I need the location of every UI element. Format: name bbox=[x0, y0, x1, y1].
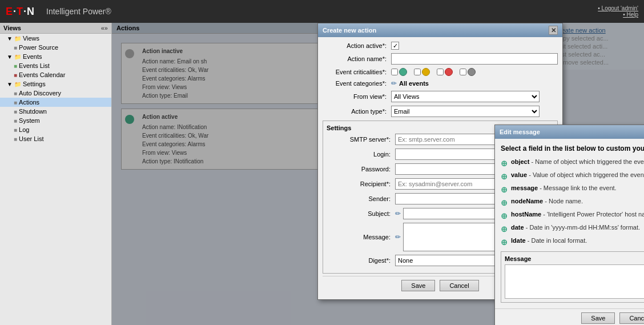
item-icon: ■ bbox=[14, 127, 17, 133]
field-item-object[interactable]: ⊕ object - Name of object which triggere… bbox=[501, 158, 644, 168]
sidebar-label-events: Events bbox=[23, 53, 42, 60]
item-icon: ■ bbox=[14, 90, 17, 97]
crit-unknown[interactable] bbox=[460, 68, 476, 76]
field-item-hostname[interactable]: ⊕ hostName - 'Intelligent Power Protecto… bbox=[501, 211, 644, 220]
message-edit-icon[interactable]: ✏ bbox=[395, 233, 401, 241]
field-desc-ldate: - Date in local format. bbox=[526, 237, 587, 244]
from-view-row: From view*: All Views bbox=[323, 91, 558, 102]
field-bullet-date: ⊕ bbox=[501, 224, 508, 234]
sidebar-collapse-btn[interactable]: «» bbox=[101, 25, 108, 31]
from-view-select[interactable]: All Views bbox=[391, 91, 540, 102]
action-type-select[interactable]: Email bbox=[391, 106, 540, 117]
app-header: E·T·N Intelligent Power® • Logout 'admin… bbox=[0, 0, 644, 23]
action-name-row: Action name*: bbox=[323, 53, 558, 65]
field-desc-nodename: - Node name. bbox=[543, 198, 583, 204]
crit-error-checkbox[interactable] bbox=[437, 69, 444, 75]
event-categories-label: Event categories*: bbox=[323, 80, 391, 87]
recipient-label: Recipient*: bbox=[327, 180, 395, 187]
app-logo: E·T·N bbox=[6, 6, 35, 18]
item-icon: ■ bbox=[14, 99, 17, 106]
edit-msg-instruction: Select a field in the list below to cust… bbox=[501, 145, 644, 153]
sidebar-item-events-list[interactable]: ■ Events List bbox=[0, 61, 111, 70]
field-item-ldate[interactable]: ⊕ ldate - Date in local format. bbox=[501, 237, 644, 247]
item-icon: ■ bbox=[14, 72, 17, 78]
subject-edit-icon[interactable]: ✏ bbox=[395, 210, 401, 218]
subject-label: Subject: bbox=[327, 210, 395, 217]
folder-icon: 📁 bbox=[14, 35, 21, 42]
field-desc-date: - Date in 'yyyy-mm-dd HH:MM:ss' format. bbox=[524, 224, 640, 231]
field-item-date[interactable]: ⊕ date - Date in 'yyyy-mm-dd HH:MM:ss' f… bbox=[501, 224, 644, 234]
app-title: Intelligent Power® bbox=[46, 7, 111, 16]
digest-select[interactable]: None bbox=[395, 255, 509, 266]
sidebar-item-events[interactable]: ▼ 📁 Events bbox=[0, 52, 111, 61]
sidebar-label-system: System bbox=[19, 117, 40, 124]
field-bullet-message: ⊕ bbox=[501, 185, 508, 194]
message-section-title: Message bbox=[505, 255, 644, 262]
expand-icon: ▼ bbox=[7, 54, 13, 60]
sidebar-item-auto-discovery[interactable]: ■ Auto Discovery bbox=[0, 89, 111, 98]
sidebar-item-log[interactable]: ■ Log bbox=[0, 125, 111, 134]
field-item-value[interactable]: ⊕ value - Value of object which triggere… bbox=[501, 171, 644, 181]
dialog-edit-msg-cancel-btn[interactable]: Cancel bbox=[619, 312, 644, 324]
crit-error[interactable] bbox=[437, 68, 453, 76]
dialog-create-close-btn[interactable]: ✕ bbox=[549, 26, 558, 35]
sidebar-label-auto-discovery: Auto Discovery bbox=[19, 90, 61, 97]
crit-warning-dot bbox=[422, 68, 430, 76]
dialog-edit-msg-save-btn[interactable]: Save bbox=[581, 312, 615, 324]
sidebar-item-shutdown[interactable]: ■ Shutdown bbox=[0, 107, 111, 116]
dialog-create-cancel-btn[interactable]: Cancel bbox=[440, 280, 478, 291]
sidebar-label-shutdown: Shutdown bbox=[19, 108, 47, 115]
action-name-input[interactable] bbox=[391, 53, 558, 65]
crit-ok[interactable] bbox=[391, 68, 407, 76]
sidebar-item-views[interactable]: ▼ 📁 Views bbox=[0, 34, 111, 43]
field-name-ldate: ldate bbox=[511, 237, 526, 244]
help-link[interactable]: • Help bbox=[598, 11, 638, 18]
message-section: Message ▲ ▼ bbox=[501, 251, 644, 303]
action-active-checkbox[interactable]: ✓ bbox=[391, 42, 399, 50]
crit-ok-dot bbox=[399, 68, 407, 76]
field-name-nodename: nodeName bbox=[511, 198, 543, 204]
dialog-edit-message: Edit message ✕ Select a field in the lis… bbox=[494, 125, 644, 325]
field-desc-value: - Value of object which triggered the ev… bbox=[527, 171, 644, 178]
dialog-create-titlebar: Create new action ✕ bbox=[318, 23, 562, 37]
criticality-checkboxes bbox=[391, 68, 476, 76]
crit-unknown-checkbox[interactable] bbox=[460, 69, 466, 75]
item-icon: ■ bbox=[14, 136, 17, 142]
crit-warning-checkbox[interactable] bbox=[414, 69, 421, 75]
field-item-nodename[interactable]: ⊕ nodeName - Node name. bbox=[501, 198, 644, 207]
action-type-row: Action type*: Email bbox=[323, 106, 558, 117]
logout-link[interactable]: • Logout 'admin' bbox=[598, 5, 638, 11]
from-view-label: From view*: bbox=[323, 93, 391, 100]
sender-label: Sender: bbox=[327, 195, 395, 202]
field-bullet-hostname: ⊕ bbox=[501, 211, 508, 220]
item-icon: ■ bbox=[14, 45, 17, 51]
field-bullet-value: ⊕ bbox=[501, 172, 508, 181]
dialog-edit-msg-body: Select a field in the list below to cust… bbox=[495, 139, 644, 308]
field-name-value: value bbox=[511, 171, 527, 178]
sidebar-label-actions: Actions bbox=[19, 99, 39, 106]
edit-message-textarea[interactable] bbox=[505, 264, 644, 299]
sidebar-item-settings[interactable]: ▼ 📁 Settings bbox=[0, 79, 111, 89]
field-name-date: date bbox=[511, 224, 524, 231]
folder-icon: 📁 bbox=[14, 54, 21, 60]
event-criticalities-label: Event criticalities*: bbox=[323, 69, 391, 75]
crit-warning[interactable] bbox=[414, 68, 430, 76]
field-desc-message: - Message link to the event. bbox=[538, 184, 617, 191]
sidebar-item-system[interactable]: ■ System bbox=[0, 116, 111, 125]
field-item-message[interactable]: ⊕ message - Message link to the event. bbox=[501, 184, 644, 194]
action-active-label: Action active*: bbox=[323, 42, 391, 49]
sidebar-label-views: Views bbox=[23, 35, 39, 42]
event-categories-edit-icon[interactable]: ✏ bbox=[391, 79, 397, 87]
sidebar-item-actions[interactable]: ■ Actions bbox=[0, 98, 111, 107]
sidebar-item-events-calendar[interactable]: ■ Events Calendar bbox=[0, 70, 111, 79]
sidebar-item-power-source[interactable]: ■ Power Source bbox=[0, 43, 111, 52]
crit-ok-checkbox[interactable] bbox=[391, 69, 398, 75]
sidebar-label-events-list: Events List bbox=[19, 62, 50, 69]
event-categories-row: Event categories*: ✏ All events bbox=[323, 79, 558, 87]
expand-icon: ▼ bbox=[7, 35, 13, 42]
sidebar-item-user-list[interactable]: ■ User List bbox=[0, 134, 111, 143]
item-icon: ■ bbox=[14, 118, 17, 124]
login-label: Login: bbox=[327, 151, 395, 158]
dialog-create-save-btn[interactable]: Save bbox=[401, 280, 435, 291]
sidebar-label-user-list: User List bbox=[19, 135, 43, 142]
